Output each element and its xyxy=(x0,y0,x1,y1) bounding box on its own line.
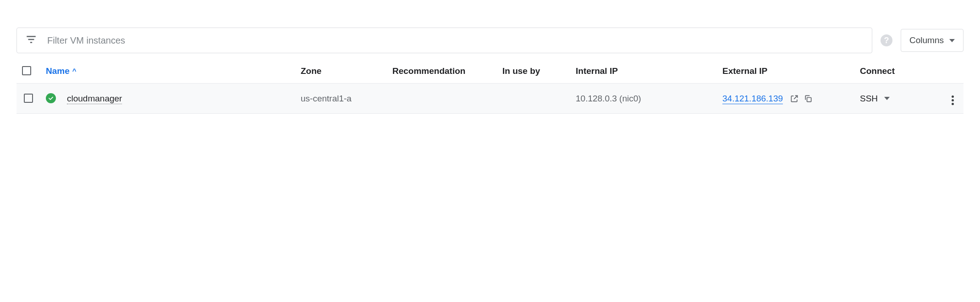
header-name[interactable]: Name ^ xyxy=(40,59,295,84)
copy-icon[interactable] xyxy=(804,94,813,103)
cell-internal-ip: 10.128.0.3 (nic0) xyxy=(570,84,717,114)
cell-in-use-by xyxy=(497,84,570,114)
header-external-ip[interactable]: External IP xyxy=(717,59,854,84)
select-all-checkbox[interactable] xyxy=(22,66,31,75)
status-running-icon xyxy=(46,93,56,103)
caret-down-icon xyxy=(949,39,955,42)
internal-ip-interface: (nic0) xyxy=(619,94,641,103)
header-zone[interactable]: Zone xyxy=(295,59,387,84)
filter-box[interactable] xyxy=(17,28,872,53)
header-connect[interactable]: Connect xyxy=(854,59,941,84)
filter-icon xyxy=(25,34,37,48)
filter-input[interactable] xyxy=(47,35,864,46)
internal-ip-address: 10.128.0.3 xyxy=(576,94,617,103)
more-actions-button[interactable] xyxy=(950,94,956,107)
vm-instances-table: Name ^ Zone Recommendation In use by Int… xyxy=(17,59,963,114)
header-recommendation[interactable]: Recommendation xyxy=(387,59,497,84)
table-row: cloudmanager us-central1-a 10.128.0.3 (n… xyxy=(17,84,963,114)
header-internal-ip[interactable]: Internal IP xyxy=(570,59,717,84)
header-checkbox-cell xyxy=(17,59,40,84)
columns-button[interactable]: Columns xyxy=(901,29,963,52)
row-checkbox[interactable] xyxy=(24,94,33,103)
header-in-use-by[interactable]: In use by xyxy=(497,59,570,84)
cell-external-ip: 34.121.186.139 xyxy=(717,84,854,114)
svg-rect-3 xyxy=(807,98,811,102)
header-name-label: Name xyxy=(46,66,70,76)
header-more xyxy=(941,59,963,84)
ssh-label: SSH xyxy=(860,94,878,104)
ssh-dropdown-icon xyxy=(884,97,890,100)
table-header-row: Name ^ Zone Recommendation In use by Int… xyxy=(17,59,963,84)
cell-recommendation xyxy=(387,84,497,114)
cell-zone: us-central1-a xyxy=(295,84,387,114)
help-icon[interactable]: ? xyxy=(881,34,892,46)
instance-name-link[interactable]: cloudmanager xyxy=(67,94,122,104)
columns-button-label: Columns xyxy=(909,35,944,45)
open-external-icon[interactable] xyxy=(790,94,799,103)
external-ip-link[interactable]: 34.121.186.139 xyxy=(722,94,783,104)
toolbar: ? Columns xyxy=(17,28,963,53)
sort-ascending-icon: ^ xyxy=(72,67,77,75)
ssh-button[interactable]: SSH xyxy=(860,94,890,104)
